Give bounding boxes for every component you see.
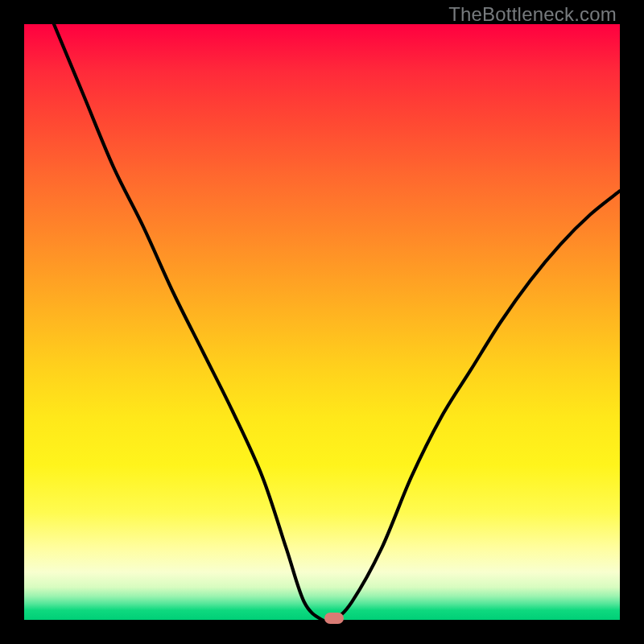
watermark-text: TheBottleneck.com (448, 3, 617, 26)
bottleneck-curve (54, 24, 620, 622)
chart-frame: TheBottleneck.com (0, 0, 644, 644)
minimum-marker (324, 613, 344, 624)
curve-svg (24, 24, 620, 620)
